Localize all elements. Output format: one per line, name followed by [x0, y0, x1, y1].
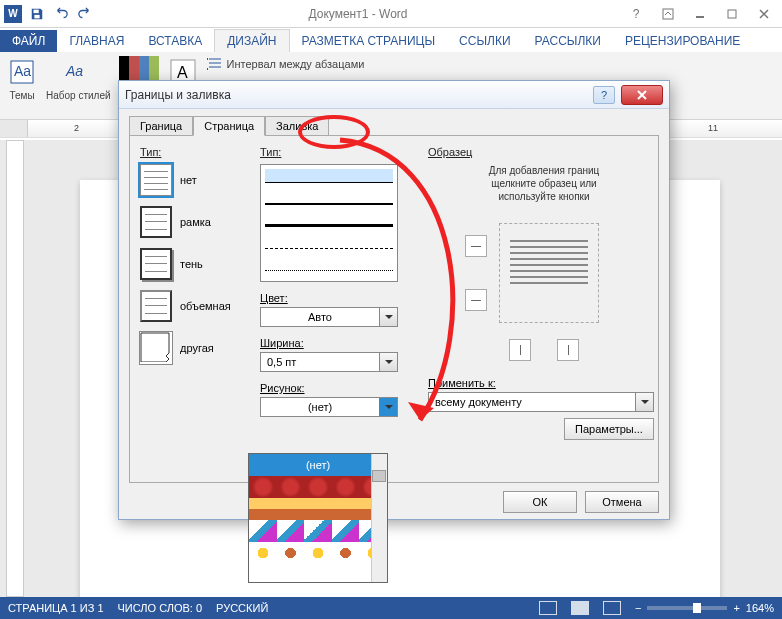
close-button[interactable] [750, 4, 778, 24]
dialog-tab-fill[interactable]: Заливка [265, 116, 329, 136]
preview-page[interactable] [499, 223, 599, 323]
options-button[interactable]: Параметры... [564, 418, 654, 440]
svg-rect-1 [34, 14, 39, 18]
dialog-close-button[interactable] [621, 85, 663, 105]
borders-shading-dialog: Границы и заливка ? Граница Страница Зал… [118, 80, 670, 520]
dialog-titlebar[interactable]: Границы и заливка ? [119, 81, 669, 109]
dialog-panel: Тип: нет рамка тень объемная [129, 135, 659, 483]
word-icon: W [4, 5, 22, 23]
setting-shadow[interactable]: тень [140, 248, 250, 280]
setting-none[interactable]: нет [140, 164, 250, 196]
art-option-apples[interactable] [249, 476, 387, 498]
tab-design[interactable]: ДИЗАЙН [214, 29, 289, 52]
zoom-value[interactable]: 164% [746, 602, 774, 614]
status-language[interactable]: РУССКИЙ [216, 602, 268, 614]
style-list[interactable] [260, 164, 398, 282]
dialog-tab-border[interactable]: Граница [129, 116, 193, 136]
redo-icon[interactable] [76, 5, 94, 23]
svg-text:A: A [177, 64, 188, 81]
art-option-cake[interactable] [249, 498, 387, 520]
art-combo[interactable]: (нет) [260, 397, 398, 417]
setting-3d[interactable]: объемная [140, 290, 250, 322]
width-label: Ширина: [260, 337, 410, 349]
edge-right-button[interactable] [557, 339, 579, 361]
window-title: Документ1 - Word [94, 7, 622, 21]
tab-mailings[interactable]: РАССЫЛКИ [523, 30, 613, 52]
art-label: Рисунок: [260, 382, 410, 394]
art-option-none[interactable]: (нет) [249, 454, 387, 476]
setting-custom[interactable]: другая [140, 332, 250, 364]
setting-label: Тип: [140, 146, 250, 158]
preview-label: Образец [428, 146, 660, 158]
cancel-button[interactable]: Отмена [585, 491, 659, 513]
tab-file[interactable]: ФАЙЛ [0, 30, 57, 52]
style-set-button[interactable]: Aa Набор стилей [46, 56, 111, 101]
ribbon-collapse-button[interactable] [654, 4, 682, 24]
themes-label: Темы [9, 90, 34, 101]
dialog-help-button[interactable]: ? [593, 86, 615, 104]
status-words[interactable]: ЧИСЛО СЛОВ: 0 [118, 602, 203, 614]
view-print-button[interactable] [571, 601, 589, 615]
chevron-down-icon[interactable] [379, 398, 397, 416]
status-page[interactable]: СТРАНИЦА 1 ИЗ 1 [8, 602, 104, 614]
svg-rect-2 [663, 9, 673, 19]
svg-text:Aa: Aa [14, 63, 31, 79]
color-combo[interactable]: Авто [260, 307, 398, 327]
style-label: Тип: [260, 146, 410, 158]
ribbon-tabs: ФАЙЛ ГЛАВНАЯ ВСТАВКА ДИЗАЙН РАЗМЕТКА СТР… [0, 28, 782, 52]
tab-review[interactable]: РЕЦЕНЗИРОВАНИЕ [613, 30, 752, 52]
edge-bottom-button[interactable] [465, 289, 487, 311]
apply-to-combo[interactable]: всему документу [428, 392, 654, 412]
chevron-down-icon[interactable] [379, 353, 397, 371]
ruler-vertical [6, 140, 24, 597]
color-label: Цвет: [260, 292, 410, 304]
paragraph-spacing-button[interactable]: Интервал между абзацами [207, 56, 365, 72]
view-web-button[interactable] [603, 601, 621, 615]
dialog-tab-page[interactable]: Страница [193, 116, 265, 136]
art-option-candy[interactable] [249, 542, 387, 564]
edge-top-button[interactable] [465, 235, 487, 257]
art-dropdown[interactable]: (нет) [248, 453, 388, 583]
save-icon[interactable] [28, 5, 46, 23]
edge-left-button[interactable] [509, 339, 531, 361]
zoom-slider[interactable] [647, 606, 727, 610]
tab-home[interactable]: ГЛАВНАЯ [57, 30, 136, 52]
preview-help: Для добавления границ щелкните образец и… [428, 164, 660, 203]
tab-references[interactable]: ССЫЛКИ [447, 30, 522, 52]
paragraph-spacing-icon [207, 56, 223, 72]
quick-access-toolbar [28, 5, 94, 23]
svg-rect-0 [34, 9, 39, 13]
width-combo[interactable]: 0,5 пт [260, 352, 398, 372]
dialog-title: Границы и заливка [125, 88, 231, 102]
dialog-tabs: Граница Страница Заливка [129, 115, 659, 135]
titlebar: W Документ1 - Word ? [0, 0, 782, 28]
status-bar: СТРАНИЦА 1 ИЗ 1 ЧИСЛО СЛОВ: 0 РУССКИЙ − … [0, 597, 782, 619]
svg-rect-4 [728, 10, 736, 18]
chevron-down-icon[interactable] [379, 308, 397, 326]
apply-to-label: Применить к: [428, 377, 660, 389]
undo-icon[interactable] [52, 5, 70, 23]
zoom-out-button[interactable]: − [635, 602, 641, 614]
help-button[interactable]: ? [622, 4, 650, 24]
preview-box [459, 213, 629, 333]
view-read-button[interactable] [539, 601, 557, 615]
style-set-label: Набор стилей [46, 90, 111, 101]
zoom-control: − + 164% [635, 602, 774, 614]
setting-box[interactable]: рамка [140, 206, 250, 238]
themes-button[interactable]: Aa Темы [6, 56, 38, 101]
chevron-down-icon[interactable] [635, 393, 653, 411]
tab-layout[interactable]: РАЗМЕТКА СТРАНИЦЫ [290, 30, 448, 52]
svg-text:Aa: Aa [65, 63, 83, 79]
tab-insert[interactable]: ВСТАВКА [136, 30, 214, 52]
maximize-button[interactable] [718, 4, 746, 24]
art-option-party[interactable] [249, 520, 387, 542]
ok-button[interactable]: ОК [503, 491, 577, 513]
zoom-in-button[interactable]: + [733, 602, 739, 614]
minimize-button[interactable] [686, 4, 714, 24]
dropdown-scrollbar[interactable] [371, 454, 387, 582]
